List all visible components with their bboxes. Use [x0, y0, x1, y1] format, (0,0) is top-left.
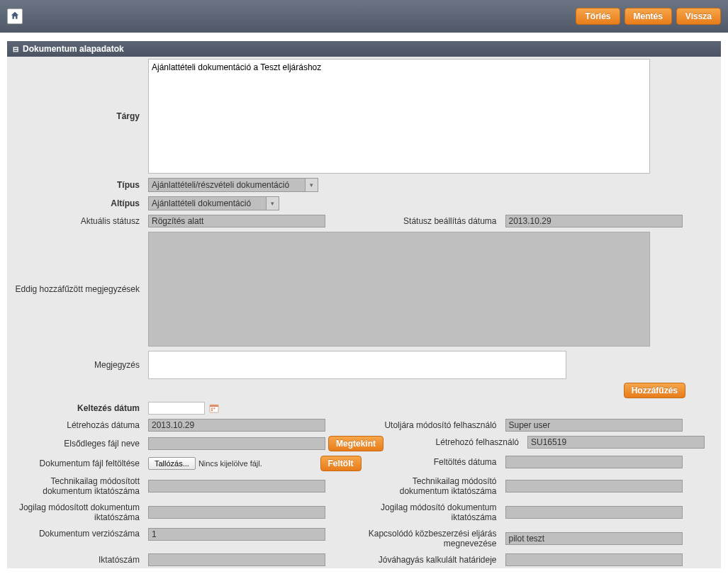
label-statusz-datuma: Státusz beállítás dátuma	[364, 213, 503, 230]
label-iktatoszam: Iktatószám	[7, 551, 145, 568]
aktualis-statusz-field: Rögzítés alatt	[148, 215, 325, 227]
chevron-down-icon	[266, 197, 279, 210]
svg-rect-4	[211, 410, 213, 411]
label-tech-modosito: Technikailag módosító dokumentum iktatós…	[364, 473, 503, 500]
save-button[interactable]: Mentés	[625, 8, 672, 25]
tipus-value: Ajánlattételi/részvételi dokumentáció	[152, 180, 289, 190]
hozzafuzes-button[interactable]: Hozzáfűzés	[624, 383, 685, 398]
top-buttons: Törlés Mentés Vissza	[576, 8, 721, 25]
iktatoszam-field	[148, 553, 325, 566]
label-altipus: Altípus	[7, 194, 145, 213]
label-dokumentum-feltoltes: Dokumentum fájl feltöltése	[7, 454, 145, 473]
feltolt-button[interactable]: Feltölt	[320, 456, 362, 471]
megtekint-button[interactable]: Megtekint	[328, 436, 383, 451]
home-icon	[10, 11, 20, 23]
eddig-hozzafuzott-textarea	[148, 232, 650, 347]
file-status-text: Nincs kijelölve fájl.	[198, 459, 262, 468]
utoljara-modosito-field: Super user	[505, 419, 683, 432]
jogilag-modositott-field	[148, 506, 325, 519]
label-keltezes: Keltezés dátum	[7, 400, 145, 417]
keltezes-input[interactable]	[148, 402, 205, 415]
delete-button[interactable]: Törlés	[576, 8, 620, 25]
label-utoljara-modosito: Utoljára módosító felhasználó	[364, 417, 503, 434]
label-feltoltes-datuma: Feltöltés dátuma	[364, 454, 503, 471]
label-targy: Tárgy	[7, 57, 145, 176]
label-verzioszam: Dokumentum verziószáma	[7, 526, 145, 543]
feltoltes-datuma-field	[505, 456, 683, 468]
home-button[interactable]	[7, 9, 23, 24]
targy-textarea[interactable]	[148, 59, 650, 174]
collapse-icon[interactable]: ⊟	[13, 45, 18, 53]
tallozas-button[interactable]: Tallózás...	[148, 457, 196, 470]
label-letrehozo: Létrehozó felhasználó	[386, 434, 525, 451]
calendar-icon[interactable]	[208, 402, 220, 415]
megjegyzes-textarea[interactable]	[148, 351, 566, 379]
letrehozo-field: SU16519	[527, 436, 705, 449]
label-eddig-hozzafuzott: Eddig hozzáfűzött megjegyzések	[7, 230, 145, 349]
label-letrehozas-datuma: Létrehozás dátuma	[7, 417, 145, 434]
label-aktualis-statusz: Aktuális státusz	[7, 213, 145, 230]
label-kapcsolodo-eljaras: Kapcsolódó közbeszerzési eljárás megneve…	[364, 526, 503, 552]
label-jovahagyas: Jóváhagyás kalkulált határideje	[364, 551, 503, 568]
svg-rect-2	[211, 407, 213, 409]
label-tech-modositott: Technikailag módosított dokumentum iktat…	[7, 473, 145, 500]
jogilag-modosito-field	[505, 506, 683, 519]
svg-rect-1	[210, 405, 218, 407]
statusz-datuma-field: 2013.10.29	[505, 215, 683, 227]
svg-rect-3	[213, 407, 215, 409]
tech-modosito-field	[505, 480, 683, 493]
verzioszam-field: 1	[148, 528, 325, 541]
panel-body: Tárgy Típus Ajánlattételi/részvételi dok…	[7, 57, 721, 568]
back-button[interactable]: Vissza	[676, 8, 721, 25]
letrehozas-datuma-field: 2013.10.29	[148, 419, 325, 432]
panel-title: Dokumentum alapadatok	[23, 44, 124, 54]
panel-document-basics: ⊟ Dokumentum alapadatok Tárgy Típus Aján…	[7, 41, 721, 568]
tipus-select[interactable]: Ajánlattételi/részvételi dokumentáció	[148, 178, 318, 192]
label-elsodleges-fajl: Elsődleges fájl neve	[7, 434, 145, 454]
topbar: Törlés Mentés Vissza	[0, 0, 728, 33]
altipus-select[interactable]: Ajánlattételi dokumentáció	[148, 196, 279, 210]
panel-header: ⊟ Dokumentum alapadatok	[7, 41, 721, 57]
label-jogilag-modositott: Jogilag módosított dokumentum iktatószám…	[7, 500, 145, 526]
jovahagyas-field	[505, 553, 683, 566]
altipus-value: Ajánlattételi dokumentáció	[152, 198, 251, 208]
tech-modositott-field	[148, 480, 325, 493]
kapcsolodo-eljaras-field: pilot teszt	[505, 532, 683, 545]
elsodleges-fajl-field	[148, 437, 325, 450]
label-megjegyzes: Megjegyzés	[7, 349, 145, 381]
label-jogilag-modosito: Jogilag módosító dokumentum iktatószáma	[364, 500, 503, 526]
chevron-down-icon	[305, 179, 318, 191]
label-tipus: Típus	[7, 176, 145, 194]
